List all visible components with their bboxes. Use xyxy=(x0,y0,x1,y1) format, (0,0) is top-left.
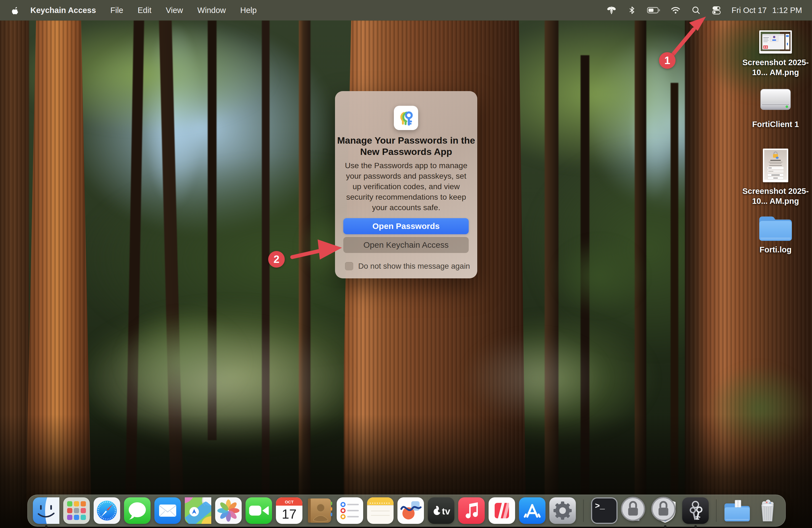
running-indicator xyxy=(694,525,697,528)
spotlight-search-icon[interactable] xyxy=(691,5,701,15)
dock-music[interactable] xyxy=(458,497,485,524)
menu-help[interactable]: Help xyxy=(240,6,257,15)
menu-edit[interactable]: Edit xyxy=(137,6,151,15)
dock-separator xyxy=(716,499,717,522)
dock-maps[interactable] xyxy=(185,497,211,524)
menu-view[interactable]: View xyxy=(166,6,183,15)
dock-finder[interactable] xyxy=(33,497,59,524)
menu-date: Fri Oct 17 xyxy=(731,6,767,15)
dock-downloads-folder[interactable] xyxy=(724,497,750,524)
open-passwords-button[interactable]: Open Passwords xyxy=(343,218,469,234)
dock-notes[interactable] xyxy=(367,497,394,524)
dock-launchpad[interactable] xyxy=(63,497,90,524)
dock-messages[interactable] xyxy=(124,497,150,524)
dock-news[interactable] xyxy=(489,497,515,524)
passwords-migration-dialog: Manage Your Passwords in the New Passwor… xyxy=(335,91,477,278)
desktop-icon-label: Forti.log xyxy=(759,245,792,254)
menu-app-name[interactable]: Keychain Access xyxy=(30,6,96,15)
screenshot-2-thumbnail xyxy=(763,149,788,182)
passwords-app-icon xyxy=(394,106,418,130)
tv-label: tv xyxy=(442,506,450,516)
dock-trash[interactable] xyxy=(754,497,781,524)
lock-badge-icon xyxy=(620,496,646,522)
menu-bar: Keychain Access File Edit View Window He… xyxy=(0,0,812,20)
menu-time: 1:12 PM xyxy=(772,6,802,15)
dock-reminders[interactable] xyxy=(337,497,363,524)
control-center-icon[interactable] xyxy=(711,5,722,15)
wifi-icon[interactable] xyxy=(670,5,681,15)
dock-apple-tv[interactable]: tv xyxy=(428,497,454,524)
screenshot-1-thumbnail xyxy=(759,30,792,54)
dock-system-settings[interactable] xyxy=(549,497,576,524)
running-indicator xyxy=(45,525,47,528)
dock-freeform[interactable] xyxy=(397,497,424,524)
battery-icon[interactable] xyxy=(647,5,661,15)
dock-app-store[interactable] xyxy=(519,497,546,524)
desktop-icon-label: Screenshot 2025-10... AM.png xyxy=(736,57,812,77)
apple-menu-icon[interactable] xyxy=(12,5,21,16)
dock-facetime[interactable] xyxy=(246,497,272,524)
open-keychain-access-button[interactable]: Open Keychain Access xyxy=(343,237,469,253)
desktop-icon-screenshot-1[interactable]: Screenshot 2025-10... AM.png xyxy=(734,30,812,77)
dialog-title: Manage Your Passwords in the New Passwor… xyxy=(335,135,477,157)
bee-icon[interactable] xyxy=(606,5,617,15)
bluetooth-icon[interactable] xyxy=(627,5,637,15)
annotation-badge-2: 2 xyxy=(268,251,285,268)
desktop-icon-screenshot-2[interactable]: Screenshot 2025-10... AM.png xyxy=(734,149,812,206)
dock-safari[interactable] xyxy=(93,497,120,524)
do-not-show-checkbox[interactable] xyxy=(345,262,353,270)
menu-clock[interactable]: Fri Oct 17 1:12 PM xyxy=(731,6,802,15)
desktop-icon-forti-log[interactable]: Forti.log xyxy=(734,212,812,254)
do-not-show-label: Do not show this message again xyxy=(358,262,470,270)
dock-keychain-access[interactable] xyxy=(682,497,709,524)
dialog-body-text: Use the Passwords app to manage your pas… xyxy=(343,160,469,212)
dock-forticlient[interactable] xyxy=(652,497,678,524)
annotation-badge-1: 1 xyxy=(659,52,676,69)
running-indicator xyxy=(664,525,666,528)
dock-separator xyxy=(583,499,584,522)
calendar-day: 17 xyxy=(282,507,296,522)
lock-badge-icon xyxy=(650,496,677,522)
dock-contacts[interactable] xyxy=(306,497,333,524)
dock: OCT 17 xyxy=(27,495,786,527)
external-drive-icon xyxy=(759,87,792,115)
menu-window[interactable]: Window xyxy=(198,6,226,15)
dock-terminal[interactable]: >_ xyxy=(591,497,618,524)
dock-photos[interactable] xyxy=(215,497,242,524)
terminal-glyph: >_ xyxy=(595,501,605,511)
desktop-screen: Keychain Access File Edit View Window He… xyxy=(0,0,812,528)
desktop-icon-forticlient-drive[interactable]: FortiClient 1 xyxy=(734,87,812,129)
desktop-icon-label: FortiClient 1 xyxy=(752,119,799,129)
menu-file[interactable]: File xyxy=(111,6,124,15)
dock-mail[interactable] xyxy=(155,497,181,524)
dock-uninstaller[interactable] xyxy=(621,497,648,524)
calendar-month: OCT xyxy=(285,500,294,504)
desktop-icon-label: Screenshot 2025-10... AM.png xyxy=(736,186,812,206)
folder-icon xyxy=(759,212,792,241)
dock-calendar[interactable]: OCT 17 xyxy=(276,497,302,524)
